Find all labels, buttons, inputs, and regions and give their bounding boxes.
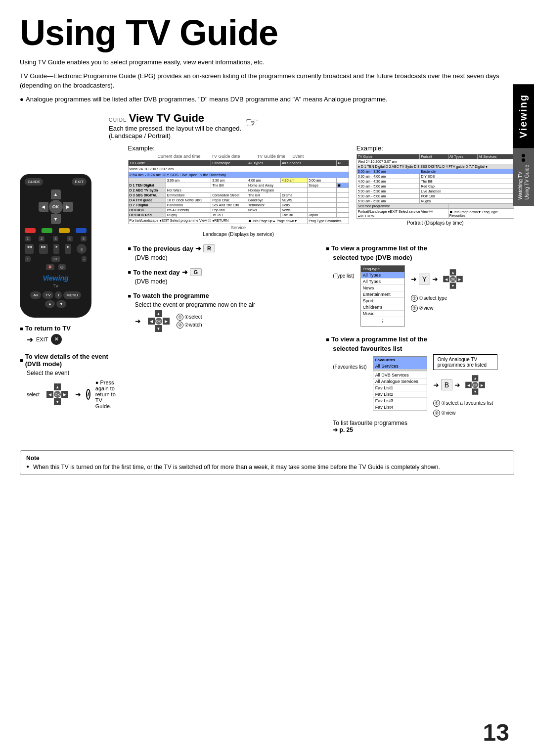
step1-label: ① ①select [177,314,202,321]
right-instructions: To view a programme list of the selected… [326,244,514,440]
watch-programme-block: To watch the programme Select the event … [128,292,316,332]
view-details-body: Select the event [27,370,118,377]
landscape-example-label: Example: [128,144,349,152]
portrait-example-label: Example: [356,144,514,152]
exit-key-circle: ✕ [51,334,62,345]
watching-tv-label: Watching TV [517,165,524,199]
func-btn[interactable]: ■ [53,244,59,254]
extra-btn[interactable]: ▼ [56,300,66,308]
portrait-title: Portrait (Displays by time) [356,220,514,226]
func-btn[interactable]: ◀◀ [25,244,34,254]
guide-label: GUIDE [109,117,127,123]
landscape-title: Landscape (Displays by service) [128,232,349,237]
view-details-heading: To view details of the event (DVB mode) [20,353,118,368]
view-fav-heading2: selected favourites list [333,345,514,352]
view-fav-heading: To view a programme list of the [326,335,514,343]
type-select-step: ➜ Y ➜ ▲ ◀ [411,268,466,290]
now-display: 2:54 am - 3:24 am DIY SOS : We open in t… [128,172,349,178]
r-key-badge[interactable]: R [203,244,215,252]
viewing-sidebar: Viewing Using TV Guide Watching TV [513,84,534,206]
view-type-heading2: selected type (DVB mode) [333,254,514,261]
func-btn[interactable]: - [82,256,87,262]
annotation-current-date: Current date and time [158,154,201,159]
landscape-table: TV Guide Landscape All Types All Service… [128,160,349,224]
bottom-buttons: AV TV i MENU ▲ ▼ [25,291,87,308]
press-again-instruction: ● Press again to return to TV Guide. [95,379,118,409]
tv-label: TV [25,284,87,288]
annotation-event: Event [292,154,304,159]
g-key-badge[interactable]: G [190,268,202,276]
fav-select-step: ➜ B ➜ ▲ ◀ [433,374,497,396]
prev-day-heading: To the previous day ➜ R [128,244,316,252]
num-btn[interactable]: 2 [39,236,44,241]
green-button[interactable] [42,228,52,233]
watching-labels: Using TV Guide Watching TV [513,148,534,205]
y-key: Y [419,274,430,284]
info-button-icon[interactable]: i [86,389,90,400]
view-details-block: To view details of the event (DVB mode) … [20,353,118,409]
annotation-tv-guide-date: TV Guide date [212,154,240,159]
landscape-annotations: Current date and time TV Guide date TV G… [158,154,349,159]
landscape-diagram: Example: Current date and time TV Guide … [128,144,349,237]
mute-btn[interactable]: 🔇 [46,264,54,270]
yellow-button[interactable] [59,228,70,233]
func-btn[interactable]: CH [51,256,60,262]
extra-btn[interactable]: ▲ [45,300,55,308]
info-btn-remote[interactable]: i [55,291,62,299]
instructions-section: To the previous day ➜ R (DVB mode) To th… [128,244,514,440]
exit-button[interactable]: EXIT [72,178,87,186]
func-btn[interactable]: ▶ [65,244,71,254]
remote-body: GUIDE EXIT ▲ ▼ ◀ ▶ OK 1 [20,174,91,318]
extra-btn[interactable]: AV [30,291,41,299]
fav-list-caption: (Favourites list) [333,364,366,370]
type-list-caption: (Type list) [333,273,354,279]
func-btn[interactable]: ▶▶ [39,244,48,254]
intro-bullet: Analogue programmes will be listed after… [20,94,514,104]
num-btn[interactable]: 4 [67,236,73,241]
type-step2-label: ② ②view [411,305,447,312]
dpad-up[interactable]: ▲ [51,189,61,199]
fav-footer: To list favourite programmes ➜ p. 25 [333,420,514,433]
portrait-table: TV Guide Portrait All Types All Services… [356,154,514,219]
type-step1-label: ① ①select type [411,295,447,302]
func-btn[interactable]: + [25,256,31,262]
date-display: Wed 24.10.2007 3:07 am [128,166,349,172]
portrait-diagram: Example: TV Guide Portrait All Types All… [356,144,514,237]
dpad-right[interactable]: ▶ [63,202,73,212]
return-to-tv-step: ➜ EXIT ✕ [27,334,118,345]
next-day-subheading: (DVB mode) [135,278,316,285]
num-btn[interactable]: 1 [25,236,31,241]
event-details-diagram: select ▲ ◀ OK ▶ ▼ [27,379,118,409]
view-type-heading: To view a programme list of the [326,244,514,252]
b-key: B [441,379,452,390]
guide-button[interactable]: GUIDE [25,178,43,186]
fav-step2-label: ② ②view [433,410,497,417]
annotation-tv-guide-time: TV Guide time [257,154,286,159]
note-title: Note [26,455,508,462]
ok-button[interactable]: OK [49,200,63,214]
blue-button[interactable] [76,228,87,233]
dpad-down[interactable]: ▼ [51,214,61,224]
using-tv-guide-label: Using TV Guide [524,165,530,199]
type-list-box: Prog.type All Types All Types News Enter… [360,265,405,327]
num-btn[interactable]: 3 [53,236,59,241]
fav-step1-label: ① ①select a favourites list [433,400,497,407]
guide-view-title: View TV Guide [129,112,204,125]
guide-hand-icon: ☞ [245,114,259,131]
func-btn[interactable]: || [77,244,87,254]
intro-text-2: TV Guide—Electronic Programme Guide (EPG… [20,71,514,91]
extra-btn[interactable]: TV [43,291,53,299]
watch-programme-body: Select the event or programme now on the… [135,301,316,308]
guide-content: Example: Current date and time TV Guide … [128,144,514,440]
prev-day-subheading: (DVB mode) [135,254,316,261]
fav-list-box: Favourites All Services All DVB Services… [373,356,427,411]
num-btn[interactable]: 5 [81,236,87,241]
color-buttons [25,228,87,233]
extra-btn[interactable]: MENU [63,291,81,299]
red-button[interactable] [25,228,36,233]
exit-key-label: EXIT [36,336,48,342]
brand-label: Viewing [25,274,87,282]
guide-subtitle2: (Landscape / Portrait) [109,132,241,140]
dpad-left[interactable]: ◀ [39,202,48,212]
power-btn[interactable]: ⏻ [58,264,66,270]
